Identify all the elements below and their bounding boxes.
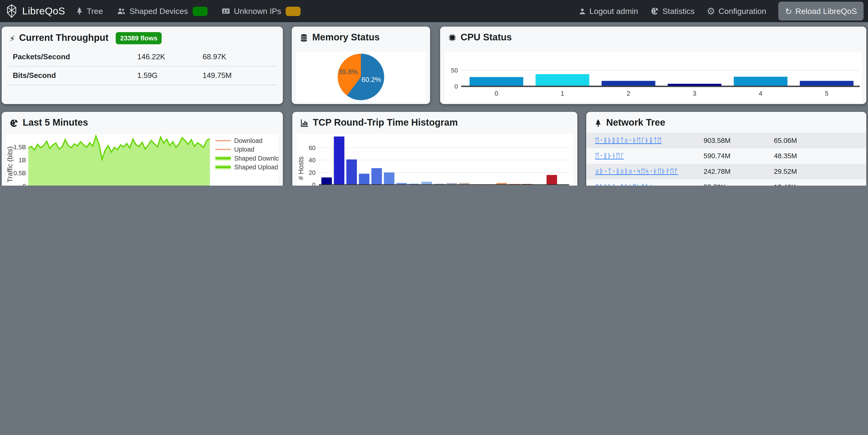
cpu-bar-chart: 500012345 (444, 52, 862, 102)
flows-badge: 23389 flows (116, 32, 162, 44)
panel-title: Current Throughput (19, 33, 108, 44)
svg-text:0: 0 (495, 90, 498, 97)
panel-title: CPU Status (461, 32, 512, 43)
svg-text:20: 20 (309, 169, 315, 176)
upload-value: 13.46K (774, 183, 863, 186)
node-link[interactable]: ᛏᚱᚹᚤᛚ᛫ᚩᛒᛋᛖᚦᚩᚱᛟ (595, 183, 704, 186)
panel-title: Last 5 Minutes (23, 117, 88, 128)
panel-memory-status: Memory Status 39.8% 60.2% (292, 27, 430, 104)
memory-pie-chart: 39.8% 60.2% (296, 52, 426, 102)
table-row: Bits/Second 1.59G 149.75M (7, 66, 277, 85)
svg-text:3: 3 (693, 90, 696, 97)
table-row: ᛖ᛫ᛒᚦᚾᛖᚴ 590.74M 48.35M (586, 148, 866, 164)
throughput-table: Packets/Second 146.22K 68.97K Bits/Secon… (7, 48, 277, 85)
libreqos-dashboard: LibreQoS Tree Shaped Devices Unknown IPs (0, 0, 868, 186)
panel-title: Network Tree (606, 117, 665, 128)
nav-shaped-devices[interactable]: Shaped Devices (116, 6, 207, 16)
table-row: ᛖ᛫ᛒᚦᛒᚱᛏᛟ᛫ᚦᛖᚴᚦᛒᛏᛖ 903.58M 65.06M (586, 133, 866, 149)
nav-unknown-ips[interactable]: Unknown IPs (221, 6, 301, 16)
row-label: Bits/Second (7, 71, 137, 80)
panel-network-tree: Network Tree ᛖ᛫ᛒᚦᛒᚱᛏᛟ᛫ᚦᛖᚴᚦᛒᛏᛖ 903.58M 65… (586, 112, 866, 186)
upload-value: 48.35M (774, 152, 863, 160)
tree-icon (75, 7, 83, 15)
download-value: 903.58M (704, 137, 774, 145)
table-row: Packets/Second 146.22K 68.97K (7, 48, 277, 67)
users-icon (116, 7, 126, 15)
shaped-devices-badge (192, 6, 207, 16)
node-link[interactable]: ᛖ᛫ᛒᚦᛒᚱᛏᛟ᛫ᚦᛖᚴᚦᛒᛏᛖ (595, 137, 704, 145)
svg-text:5: 5 (825, 90, 828, 97)
table-row: ᛏᚱᚹᚤᛚ᛫ᚩᛒᛋᛖᚦᚩᚱᛟ 55.70K 13.46K (586, 179, 866, 186)
network-tree-table: ᛖ᛫ᛒᚦᛒᚱᛏᛟ᛫ᚦᛖᚴᚦᛒᛏᛖ 903.58M 65.06M ᛖ᛫ᛒᚦᚾᛖᚴ … (586, 133, 866, 186)
nav-logout[interactable]: Logout admin (579, 7, 638, 15)
svg-text:40: 40 (309, 157, 315, 163)
svg-text:0.5B: 0.5B (13, 170, 26, 177)
chart-pie-icon (9, 118, 19, 127)
svg-text:2: 2 (627, 90, 630, 97)
svg-text:Shaped Download: Shaped Download (234, 155, 278, 162)
download-value: 242.78M (704, 168, 774, 176)
download-value: 590.74M (704, 152, 774, 160)
database-icon (300, 33, 308, 42)
svg-text:Upload: Upload (234, 146, 254, 153)
gear-icon: ⚙ (707, 6, 715, 16)
nav-tree[interactable]: Tree (75, 7, 103, 15)
svg-text:# Hosts: # Hosts (297, 157, 305, 180)
unknown-ips-badge (285, 6, 301, 16)
rtt-histogram-chart: 0204060050100150TCP Round-Trip Time (ms)… (297, 134, 573, 186)
brand-label: LibreQoS (22, 5, 65, 17)
tree-icon (594, 118, 602, 127)
user-icon (579, 7, 586, 15)
panel-last-5-minutes: Last 5 Minutes 1.5B1B0.5B0100200300Downl… (2, 112, 283, 186)
upload-value: 149.75M (203, 71, 277, 80)
nav-configuration-label: Configuration (718, 7, 766, 15)
nav-statistics-label: Statistics (662, 7, 695, 15)
svg-text:Download: Download (234, 137, 262, 144)
brand[interactable]: LibreQoS (4, 4, 65, 18)
refresh-icon: ↻ (785, 7, 792, 15)
panel-current-throughput: ⚡ Current Throughput 23389 flows Packets… (2, 27, 283, 104)
svg-text:Traffic (bits): Traffic (bits) (6, 147, 14, 183)
navbar: LibreQoS Tree Shaped Devices Unknown IPs (0, 0, 868, 22)
panel-title: TCP Round-Trip Time Histogram (313, 117, 458, 128)
svg-text:4: 4 (759, 90, 763, 97)
navbar-right: Logout admin Statistics ⚙ Configuration … (579, 2, 864, 21)
bolt-icon: ⚡ (9, 34, 16, 42)
chart-pie-icon (650, 7, 659, 15)
panel-cpu-status: CPU Status 500012345 (440, 27, 866, 104)
reload-button[interactable]: ↻ Reload LibreQoS (778, 2, 864, 21)
traffic-line-chart: 1.5B1B0.5B0100200300DownloadUploadShaped… (6, 134, 278, 186)
row-label: Packets/Second (7, 53, 137, 61)
svg-text:1B: 1B (19, 157, 26, 163)
download-value: 1.59G (137, 71, 203, 80)
nav-statistics[interactable]: Statistics (650, 7, 695, 15)
nav-tree-label: Tree (87, 7, 103, 15)
svg-text:0: 0 (312, 182, 315, 186)
nav-unknown-ips-label: Unknown IPs (234, 7, 281, 15)
upload-value: 68.97K (203, 53, 277, 61)
svg-text:Shaped Upload: Shaped Upload (234, 164, 278, 171)
svg-text:1.5B: 1.5B (13, 144, 26, 150)
download-value: 146.22K (137, 53, 203, 61)
svg-text:0: 0 (455, 83, 458, 90)
download-value: 55.70K (704, 183, 774, 186)
nav-logout-label: Logout admin (590, 7, 638, 15)
nav-shaped-devices-label: Shaped Devices (129, 7, 188, 15)
reload-button-label: Reload LibreQoS (795, 7, 857, 15)
microchip-icon (448, 33, 457, 42)
upload-value: 65.06M (774, 137, 863, 145)
chart-column-icon (300, 119, 309, 127)
svg-text:60: 60 (309, 145, 315, 151)
panel-rtt-histogram: TCP Round-Trip Time Histogram 0204060050… (292, 112, 578, 186)
table-row: ᛟᚱ᛫ᛏ᛫ᛒᛟᚱᛟ᛫ᛋᛖᛋ᛫ᚦᛖᚦᚹᛖᚩ 242.78M 29.52M (586, 164, 866, 180)
svg-text:0: 0 (23, 183, 26, 186)
nav-configuration[interactable]: ⚙ Configuration (707, 6, 766, 16)
panel-title: Memory Status (312, 32, 380, 43)
libreqos-logo-icon (4, 4, 19, 18)
svg-text:1: 1 (561, 90, 564, 97)
node-link[interactable]: ᛖ᛫ᛒᚦᚾᛖᚴ (595, 152, 704, 160)
svg-text:50: 50 (451, 67, 458, 74)
upload-value: 29.52M (774, 168, 863, 176)
node-link[interactable]: ᛟᚱ᛫ᛏ᛫ᛒᛟᚱᛟ᛫ᛋᛖᛋ᛫ᚦᛖᚦᚹᛖᚩ (595, 168, 704, 176)
pie-label-blue: 60.2% (361, 76, 381, 84)
